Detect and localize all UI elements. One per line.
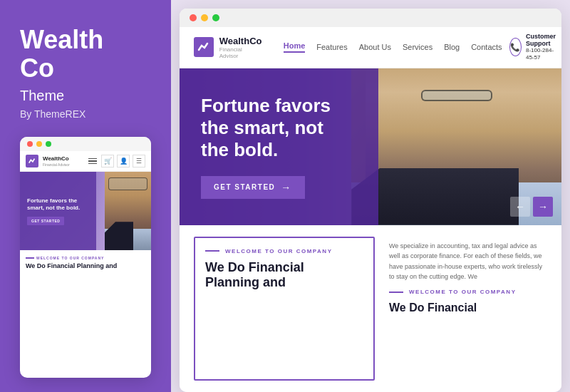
bottom-left-title: We Do Financial Planning and [205, 260, 363, 291]
main-nav-links: Home Features About Us Services Blog Con… [284, 41, 502, 53]
mini-logo-name: WealthCo [43, 156, 70, 163]
hero-overlay: Fortune favors the smart, not the bold. … [180, 68, 378, 225]
hero-slider-arrows: ← → [510, 197, 553, 217]
mini-bottom: WELCOME TO OUR COMPANY We Do Financial P… [20, 250, 151, 276]
bottom-right-title: We Do Financial [389, 301, 547, 314]
hero-headline: Fortune favors the smart, not the bold. [201, 95, 357, 162]
left-panel: Wealth Co Theme By ThemeREX WealthCo Fin… [0, 0, 171, 392]
bottom-right-card: We specialize in accounting, tax and leg… [389, 237, 547, 381]
mini-logo-sub: Financial Advisor [43, 163, 70, 167]
main-browser: WealthCo Financial Advisor Home Features… [180, 9, 561, 392]
support-label: Customer Support [526, 33, 561, 47]
mini-cart-icon[interactable]: 🛒 [101, 155, 114, 167]
nav-link-contacts[interactable]: Contacts [471, 43, 502, 51]
mini-cta-button[interactable]: GET STARTED [27, 217, 64, 225]
mini-hamburger-icon[interactable] [88, 158, 97, 165]
mini-welcome-label: WELCOME TO OUR COMPANY [26, 256, 145, 260]
welcome-line-right-icon [389, 292, 403, 293]
mini-browser-preview: WealthCo Financial Advisor 🛒 👤 ☰ [20, 137, 151, 378]
main-hero-section: Fortune favors the smart, not the bold. … [180, 68, 561, 225]
main-dot-red [190, 14, 197, 21]
bottom-left-card: WELCOME TO OUR COMPANY We Do Financial P… [194, 237, 375, 381]
bottom-left-welcome: WELCOME TO OUR COMPANY [205, 248, 363, 254]
hero-cta-arrow: → [281, 182, 292, 193]
welcome-line-icon [205, 250, 219, 252]
hero-cta-button[interactable]: GET STARTED → [201, 176, 305, 199]
customer-support: 📞 Customer Support 8-100-284-45-57 [509, 33, 561, 62]
mini-dot-yellow [36, 141, 42, 147]
main-bottom-content: WELCOME TO OUR COMPANY We Do Financial P… [180, 225, 561, 392]
mini-icon-group: 🛒 👤 ☰ [101, 155, 145, 167]
mini-hero: Fortune favors the smart, not the bold. … [20, 172, 151, 250]
main-logo: WealthCo Financial Advisor [194, 36, 262, 59]
bottom-right-welcome: WELCOME TO OUR COMPANY [389, 289, 547, 295]
main-nav: WealthCo Financial Advisor Home Features… [180, 27, 561, 68]
right-panel: WealthCo Financial Advisor Home Features… [171, 0, 570, 392]
main-dot-yellow [201, 14, 208, 21]
hero-next-button[interactable]: → [533, 197, 553, 217]
main-browser-bar [180, 9, 561, 27]
main-logo-text: WealthCo Financial Advisor [219, 36, 262, 59]
mini-logo-icon [26, 155, 38, 167]
support-phone: 8-100-284-45-57 [526, 47, 561, 62]
mini-hero-text: Fortune favors the smart, not the bold. [27, 197, 89, 212]
hero-cta-label: GET STARTED [214, 183, 275, 191]
theme-title: Wealth Co [20, 26, 151, 82]
mini-hero-overlay: Fortune favors the smart, not the bold. … [20, 172, 96, 250]
bottom-right-desc: We specialize in accounting, tax and leg… [389, 241, 547, 282]
theme-subtitle: Theme [20, 88, 151, 104]
mini-dot-red [27, 141, 33, 147]
support-phone-icon: 📞 [509, 38, 522, 56]
mini-user-icon[interactable]: 👤 [117, 155, 130, 167]
hero-prev-button[interactable]: ← [510, 197, 530, 217]
mini-browser-bar [20, 137, 151, 151]
mini-dot-green [46, 141, 51, 147]
mini-bottom-title: We Do Financial Planning and [26, 262, 145, 270]
main-dot-green [212, 14, 219, 21]
nav-link-blog[interactable]: Blog [444, 43, 460, 51]
nav-link-features[interactable]: Features [316, 43, 347, 51]
mini-nav: WealthCo Financial Advisor 🛒 👤 ☰ [20, 151, 151, 172]
nav-link-about[interactable]: About Us [359, 43, 391, 51]
nav-link-services[interactable]: Services [403, 43, 432, 51]
glasses-detail [421, 90, 492, 101]
main-logo-icon [194, 37, 214, 57]
mini-menu-icon[interactable]: ☰ [133, 155, 145, 167]
theme-author: By ThemeREX [20, 108, 151, 120]
nav-link-home[interactable]: Home [284, 41, 306, 53]
